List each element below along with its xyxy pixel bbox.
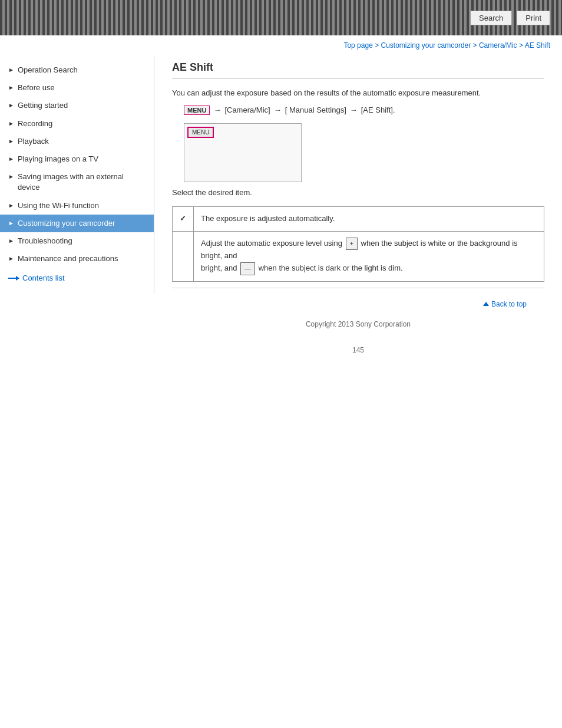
back-to-top[interactable]: Back to top <box>190 300 527 308</box>
sidebar-item-label: Saving images with an external device <box>18 172 148 193</box>
menu-step1: [Camera/Mic] <box>224 106 270 114</box>
option-1-text: The exposure is adjusted automatically. <box>194 206 544 231</box>
print-button[interactable]: Print <box>517 11 550 25</box>
breadcrumb-sep3: > <box>519 41 525 50</box>
sidebar-item-label: Recording <box>18 118 52 129</box>
search-button[interactable]: Search <box>470 11 512 25</box>
breadcrumb-sep2: > <box>473 41 479 50</box>
footer-nav: Back to top <box>172 294 544 314</box>
breadcrumb: Top page > Customizing your camcorder > … <box>0 35 562 55</box>
contents-list-link[interactable]: Contents list <box>0 268 154 288</box>
option-1-label: The exposure is adjusted automatically. <box>201 214 335 223</box>
option-2-text-bright: bright, and <box>201 263 237 272</box>
copyright: Copyright 2013 Sony Corporation <box>172 314 544 340</box>
empty-cell <box>173 231 194 281</box>
check-cell: ✓ <box>173 206 194 231</box>
minus-button: — <box>240 262 255 275</box>
menu-step3: [AE Shift]. <box>361 106 395 114</box>
sidebar-item-saving-images[interactable]: ► Saving images with an external device <box>0 168 154 196</box>
sidebar: ► Operation Search ► Before use ► Gettin… <box>0 55 154 294</box>
arrow-icon: ► <box>8 137 14 146</box>
sidebar-item-operation-search[interactable]: ► Operation Search <box>0 61 154 79</box>
menu-label: MENU <box>184 106 210 115</box>
sidebar-item-label: Getting started <box>18 100 68 111</box>
back-to-top-link[interactable]: Back to top <box>491 300 527 308</box>
sidebar-item-label: Customizing your camcorder <box>18 218 115 229</box>
arrow-right-icon <box>8 278 19 279</box>
sidebar-item-getting-started[interactable]: ► Getting started <box>0 97 154 114</box>
arrow-icon: ► <box>8 155 14 163</box>
option-2-text-before: Adjust the automatic exposure level usin… <box>201 239 342 248</box>
table-row: ✓ The exposure is adjusted automatically… <box>173 206 544 231</box>
menu-step2: [ Manual Settings] <box>285 106 346 114</box>
arrow-icon: ► <box>8 202 14 210</box>
sidebar-item-maintenance[interactable]: ► Maintenance and precautions <box>0 250 154 268</box>
page-title: AE Shift <box>172 61 544 79</box>
contents-list-label: Contents list <box>22 274 65 282</box>
main-content: AE Shift You can adjust the exposure bas… <box>154 55 562 372</box>
breadcrumb-customizing[interactable]: Customizing your camcorder <box>381 41 471 50</box>
main-description: You can adjust the exposure based on the… <box>172 87 544 100</box>
arrow-icon: ► <box>8 255 14 263</box>
sidebar-item-label: Maintenance and precautions <box>18 253 118 264</box>
breadcrumb-top-page[interactable]: Top page <box>343 41 372 50</box>
arrow-sym-1: → <box>213 106 221 114</box>
arrow-sym-2: → <box>274 106 282 114</box>
arrow-icon: ► <box>8 101 14 110</box>
select-text: Select the desired item. <box>172 188 544 197</box>
menu-screenshot-inner: MENU <box>187 127 214 138</box>
page-number: 145 <box>172 340 544 360</box>
sidebar-item-playback[interactable]: ► Playback <box>0 133 154 150</box>
sidebar-item-label: Playback <box>18 136 49 147</box>
table-row: Adjust the automatic exposure level usin… <box>173 231 544 281</box>
arrow-icon: ► <box>8 237 14 245</box>
sidebar-item-label: Playing images on a TV <box>18 154 98 164</box>
sidebar-item-customizing[interactable]: ► Customizing your camcorder <box>0 215 154 232</box>
header: Search Print <box>0 0 562 35</box>
arrow-icon: ► <box>8 84 14 92</box>
arrow-icon: ► <box>8 219 14 228</box>
breadcrumb-camera-mic[interactable]: Camera/Mic <box>479 41 517 50</box>
option-2-text: Adjust the automatic exposure level usin… <box>194 231 544 281</box>
options-table: ✓ The exposure is adjusted automatically… <box>172 206 544 282</box>
sidebar-item-playing-images[interactable]: ► Playing images on a TV <box>0 150 154 168</box>
menu-path: MENU → [Camera/Mic] → [ Manual Settings]… <box>184 106 544 115</box>
back-to-top-icon <box>483 302 489 306</box>
sidebar-item-label: Using the Wi-Fi function <box>18 200 99 211</box>
sidebar-item-label: Before use <box>18 83 55 93</box>
sidebar-item-troubleshooting[interactable]: ► Troubleshooting <box>0 232 154 250</box>
breadcrumb-ae-shift: AE Shift <box>525 41 550 50</box>
arrow-sym-3: → <box>350 106 358 114</box>
sidebar-item-wifi[interactable]: ► Using the Wi-Fi function <box>0 197 154 215</box>
sidebar-item-label: Operation Search <box>18 65 78 75</box>
menu-screenshot: MENU <box>184 123 302 182</box>
plus-button: + <box>346 238 358 251</box>
option-2-text-after: when the subject is dark or the light is… <box>259 263 403 272</box>
sidebar-item-before-use[interactable]: ► Before use <box>0 79 154 97</box>
arrow-icon: ► <box>8 120 14 128</box>
sidebar-item-label: Troubleshooting <box>18 236 72 246</box>
arrow-icon: ► <box>8 173 14 181</box>
divider <box>172 288 544 288</box>
breadcrumb-sep1: > <box>375 41 381 50</box>
layout: ► Operation Search ► Before use ► Gettin… <box>0 55 562 372</box>
sidebar-item-recording[interactable]: ► Recording <box>0 115 154 133</box>
arrow-icon: ► <box>8 66 14 74</box>
